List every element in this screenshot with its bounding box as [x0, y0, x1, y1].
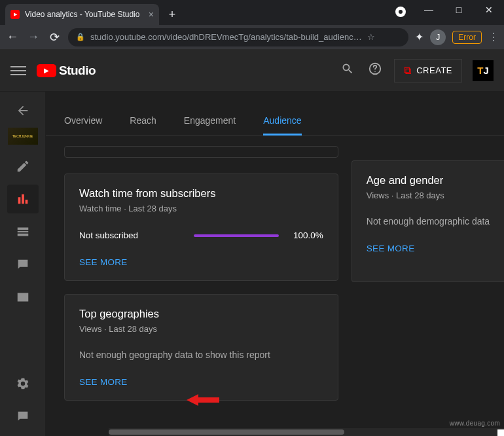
- channel-avatar[interactable]: TJ: [473, 60, 494, 81]
- window-controls: ― □ ✕: [414, 0, 504, 20]
- browser-menu-icon[interactable]: ⋮: [488, 31, 499, 43]
- forward-icon[interactable]: →: [26, 30, 41, 44]
- card-stub: [64, 146, 338, 158]
- browser-toolbar: ← → ⟳ 🔒 studio.youtube.com/video/dhDREVm…: [0, 25, 504, 50]
- error-chip[interactable]: Error: [452, 31, 482, 44]
- browser-tab[interactable]: Video analytics - YouTube Studio ×: [5, 4, 159, 25]
- browser-titlebar: Video analytics - YouTube Studio × + ― □…: [0, 0, 504, 25]
- card-top-geographies: Top geographies Views · Last 28 days Not…: [64, 294, 338, 401]
- horizontal-scrollbar[interactable]: [109, 428, 504, 436]
- row-label: Not subscribed: [79, 230, 194, 240]
- watermark-text: www.deuag.com: [450, 420, 500, 427]
- media-indicator-icon[interactable]: [395, 7, 406, 17]
- create-button[interactable]: ⧉ CREATE: [394, 59, 462, 82]
- tab-overview[interactable]: Overview: [64, 107, 102, 135]
- youtube-studio-logo[interactable]: Studio: [37, 64, 96, 78]
- rail-analytics-icon[interactable]: [7, 185, 39, 213]
- no-data-message: Not enough geography data to show this r…: [79, 350, 323, 360]
- card-subtitle: Views · Last 28 days: [79, 324, 323, 334]
- no-data-message: Not enough demographic data: [367, 216, 490, 227]
- lock-icon: 🔒: [76, 33, 85, 41]
- create-label: CREATE: [416, 65, 452, 75]
- svg-point-1: [374, 71, 375, 72]
- url-text: studio.youtube.com/video/dhDREVmecTg/ana…: [90, 32, 362, 42]
- rail-feedback-icon[interactable]: [7, 402, 39, 431]
- reload-icon[interactable]: ⟳: [47, 30, 62, 45]
- rail-comments-icon[interactable]: [7, 250, 39, 279]
- rail-editor-icon[interactable]: [7, 217, 39, 246]
- card-title: Watch time from subscribers: [79, 187, 323, 200]
- new-tab-button[interactable]: +: [163, 5, 181, 24]
- rail-subtitles-icon[interactable]: [7, 283, 39, 312]
- analytics-tabs: Overview Reach Engagement Audience: [46, 102, 504, 136]
- see-more-link[interactable]: SEE MORE: [367, 244, 490, 253]
- card-subtitle: Views · Last 28 days: [367, 191, 490, 200]
- annotation-arrow-icon: [187, 393, 219, 410]
- watermark-block: [497, 429, 504, 436]
- rail-back-icon[interactable]: [7, 101, 39, 120]
- scrollbar-thumb[interactable]: [109, 429, 344, 435]
- studio-word: Studio: [59, 64, 96, 78]
- bar-chart-bar: [194, 234, 279, 237]
- see-more-link[interactable]: SEE MORE: [79, 377, 323, 387]
- svg-marker-2: [187, 394, 219, 406]
- tab-audience[interactable]: Audience: [263, 107, 301, 135]
- studio-header: Studio ⧉ CREATE TJ: [0, 50, 504, 92]
- card-watchtime-subscribers: Watch time from subscribers Watch time ·…: [64, 173, 338, 281]
- youtube-favicon: [10, 10, 20, 19]
- rail-video-thumbnail[interactable]: TECHJUNKIE: [7, 124, 39, 148]
- tab-engagement[interactable]: Engagement: [184, 107, 236, 135]
- card-subtitle: Watch time · Last 28 days: [79, 204, 323, 213]
- profile-avatar[interactable]: J: [430, 29, 446, 45]
- card-age-gender: Age and gender Views · Last 28 days Not …: [351, 160, 504, 282]
- create-record-icon: ⧉: [404, 65, 412, 77]
- youtube-play-icon: [37, 64, 56, 77]
- bookmark-star-icon[interactable]: ☆: [367, 32, 375, 42]
- tab-reach[interactable]: Reach: [130, 107, 156, 135]
- rail-settings-icon[interactable]: [7, 369, 39, 398]
- hamburger-menu-icon[interactable]: [10, 63, 26, 79]
- card-title: Age and gender: [367, 174, 490, 187]
- card-title: Top geographies: [79, 308, 323, 320]
- extensions-icon[interactable]: ✦: [415, 31, 423, 43]
- help-icon[interactable]: [367, 62, 384, 79]
- left-rail: TECHJUNKIE: [0, 92, 46, 436]
- search-icon[interactable]: [339, 62, 356, 79]
- address-bar[interactable]: 🔒 studio.youtube.com/video/dhDREVmecTg/a…: [68, 28, 408, 46]
- chart-row: Not subscribed 100.0%: [79, 230, 323, 240]
- minimize-button[interactable]: ―: [414, 0, 444, 20]
- tab-title: Video analytics - YouTube Studio: [25, 10, 143, 19]
- row-percent: 100.0%: [293, 230, 323, 240]
- main-content: Overview Reach Engagement Audience Watch…: [46, 92, 504, 436]
- see-more-link[interactable]: SEE MORE: [79, 257, 323, 267]
- close-tab-icon[interactable]: ×: [149, 9, 154, 20]
- maximize-button[interactable]: □: [444, 0, 474, 20]
- rail-details-icon[interactable]: [7, 152, 39, 181]
- close-window-button[interactable]: ✕: [474, 0, 504, 20]
- back-icon[interactable]: ←: [5, 30, 20, 44]
